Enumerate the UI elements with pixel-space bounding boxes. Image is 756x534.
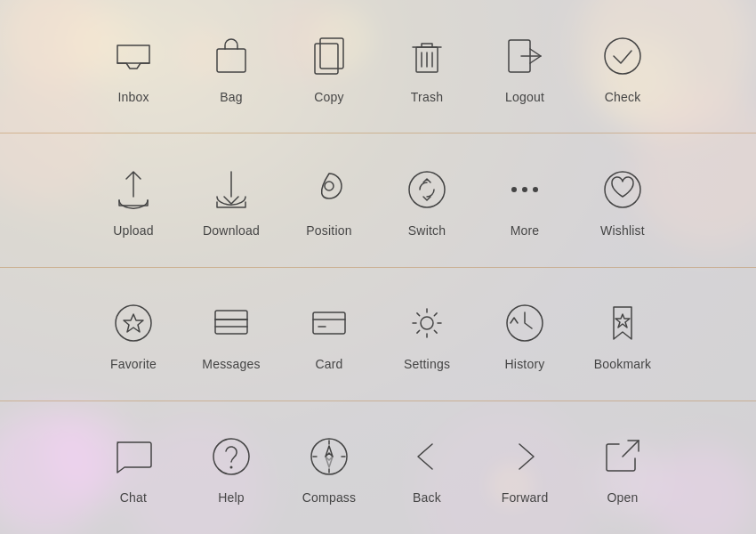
chat-icon: [107, 430, 160, 483]
card-label: Card: [315, 357, 342, 371]
inbox-label: Inbox: [117, 90, 149, 104]
trash-icon: [400, 29, 454, 83]
svg-point-9: [605, 38, 640, 74]
more-label: More: [511, 223, 540, 238]
favorite-label: Favorite: [110, 357, 157, 371]
svg-line-37: [623, 441, 639, 457]
history-icon: [498, 296, 551, 350]
wishlist-label: Wishlist: [600, 223, 645, 238]
compass-label: Compass: [302, 490, 357, 505]
icon-group-more[interactable]: More: [476, 158, 574, 243]
wishlist-icon: [596, 163, 649, 216]
icon-group-compass[interactable]: Compass: [280, 425, 378, 510]
icon-group-upload[interactable]: Upload: [84, 158, 182, 243]
icon-group-wishlist[interactable]: Wishlist: [574, 158, 672, 243]
icon-grid: InboxBagCopyTrashLogoutCheckUploadDownlo…: [0, 0, 756, 534]
svg-marker-32: [326, 457, 333, 467]
download-label: Download: [203, 223, 260, 238]
icon-group-help[interactable]: Help: [182, 425, 280, 510]
svg-rect-0: [217, 49, 245, 72]
bag-label: Bag: [220, 90, 243, 104]
position-label: Position: [306, 223, 351, 238]
icon-group-card[interactable]: Card: [280, 291, 378, 376]
icon-group-check[interactable]: Check: [574, 24, 672, 109]
check-icon: [596, 29, 649, 83]
position-icon: [302, 163, 356, 216]
icon-group-trash[interactable]: Trash: [378, 24, 476, 109]
icon-row-1: InboxBagCopyTrashLogoutCheck: [0, 0, 756, 134]
logout-icon: [498, 29, 551, 83]
compass-icon: [302, 430, 356, 483]
card-icon: [302, 296, 356, 350]
open-icon: [596, 430, 649, 483]
icon-group-switch[interactable]: Switch: [378, 158, 476, 243]
icon-group-download[interactable]: Download: [182, 158, 280, 243]
svg-rect-18: [215, 311, 247, 334]
favorite-icon: [107, 296, 160, 350]
download-icon: [205, 163, 258, 216]
chat-label: Chat: [120, 490, 147, 505]
history-label: History: [505, 357, 545, 371]
messages-icon: [205, 296, 258, 350]
svg-point-16: [116, 305, 151, 341]
settings-icon: [400, 296, 454, 350]
forward-label: Forward: [502, 490, 549, 505]
icon-group-settings[interactable]: Settings: [378, 291, 476, 376]
logout-label: Logout: [505, 90, 544, 104]
copy-label: Copy: [314, 90, 343, 104]
icon-row-3: FavoriteMessagesCardSettingsHistoryBookm…: [0, 268, 756, 401]
back-icon: [400, 430, 454, 483]
svg-point-10: [325, 182, 334, 190]
upload-icon: [107, 163, 160, 216]
svg-rect-2: [315, 44, 338, 74]
icon-group-favorite[interactable]: Favorite: [84, 291, 182, 376]
inbox-icon: [107, 29, 160, 83]
icon-group-copy[interactable]: Copy: [280, 24, 378, 109]
svg-marker-27: [615, 314, 630, 328]
bag-icon: [205, 29, 258, 83]
trash-label: Trash: [411, 90, 443, 104]
bookmark-icon: [596, 296, 649, 350]
icon-group-open[interactable]: Open: [574, 425, 672, 510]
icon-group-history[interactable]: History: [476, 291, 574, 376]
help-icon: [205, 430, 258, 483]
copy-icon: [302, 29, 356, 83]
svg-point-12: [511, 187, 517, 192]
svg-point-29: [230, 466, 233, 469]
icon-group-position[interactable]: Position: [280, 158, 378, 243]
upload-label: Upload: [113, 223, 154, 238]
switch-icon: [400, 163, 454, 216]
icon-row-2: UploadDownloadPositionSwitchMoreWishlist: [0, 134, 756, 267]
switch-label: Switch: [408, 223, 446, 238]
messages-label: Messages: [202, 357, 260, 371]
icon-group-logout[interactable]: Logout: [476, 24, 574, 109]
icon-group-chat[interactable]: Chat: [84, 425, 182, 510]
svg-point-15: [605, 172, 640, 207]
settings-label: Settings: [404, 357, 450, 371]
svg-rect-1: [320, 38, 343, 69]
check-label: Check: [605, 90, 641, 104]
help-label: Help: [218, 490, 245, 505]
svg-point-28: [213, 439, 249, 474]
svg-point-13: [522, 187, 527, 192]
svg-rect-22: [313, 312, 345, 334]
icon-group-forward[interactable]: Forward: [476, 425, 574, 510]
forward-icon: [498, 430, 551, 483]
svg-point-25: [421, 317, 433, 329]
back-label: Back: [413, 490, 441, 505]
icon-group-messages[interactable]: Messages: [182, 291, 280, 376]
open-label: Open: [607, 490, 638, 505]
icon-group-back[interactable]: Back: [378, 425, 476, 510]
icon-row-4: ChatHelpCompassBackForwardOpen: [0, 401, 756, 534]
more-icon: [498, 163, 551, 216]
bookmark-label: Bookmark: [594, 357, 652, 371]
svg-marker-17: [124, 314, 143, 332]
icon-group-bag[interactable]: Bag: [182, 24, 280, 109]
svg-marker-31: [326, 446, 333, 457]
icon-group-inbox[interactable]: Inbox: [84, 24, 182, 109]
icon-group-bookmark[interactable]: Bookmark: [574, 291, 672, 376]
svg-point-14: [533, 187, 538, 192]
svg-point-11: [409, 172, 445, 207]
